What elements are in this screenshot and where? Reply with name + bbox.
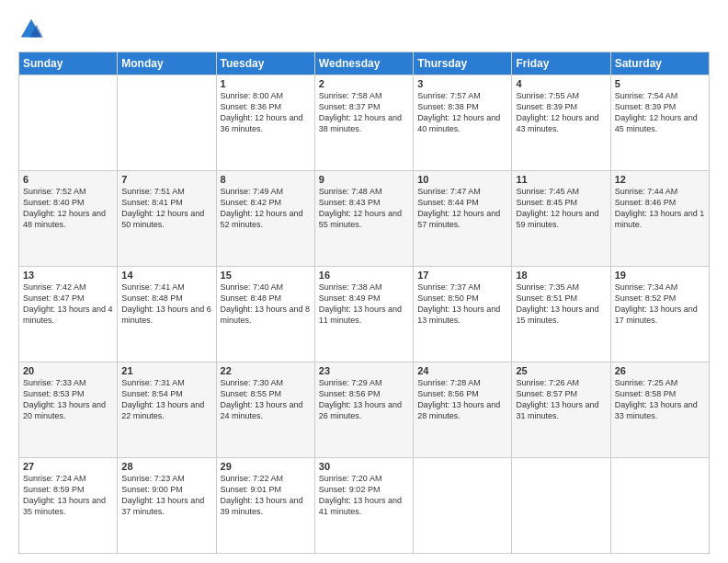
day-info: Sunrise: 7:55 AMSunset: 8:39 PMDaylight:… [516, 90, 606, 135]
calendar-cell: 19Sunrise: 7:34 AMSunset: 8:52 PMDayligh… [610, 267, 709, 362]
page: SundayMondayTuesdayWednesdayThursdayFrid… [0, 0, 728, 563]
day-info: Sunrise: 8:00 AMSunset: 8:36 PMDaylight:… [221, 90, 311, 135]
day-info: Sunrise: 7:35 AMSunset: 8:51 PMDaylight:… [516, 282, 606, 327]
day-number: 4 [516, 78, 606, 89]
day-number: 2 [319, 78, 409, 89]
calendar-body: 1Sunrise: 8:00 AMSunset: 8:36 PMDaylight… [19, 75, 710, 554]
day-number: 15 [221, 270, 311, 281]
day-info: Sunrise: 7:20 AMSunset: 9:02 PMDaylight:… [319, 473, 409, 518]
calendar-cell [19, 75, 118, 171]
day-info: Sunrise: 7:57 AMSunset: 8:38 PMDaylight:… [417, 90, 507, 135]
calendar-cell: 14Sunrise: 7:41 AMSunset: 8:48 PMDayligh… [118, 267, 216, 362]
day-info: Sunrise: 7:48 AMSunset: 8:43 PMDaylight:… [319, 186, 409, 231]
day-number: 26 [615, 365, 705, 376]
header-row: SundayMondayTuesdayWednesdayThursdayFrid… [19, 52, 710, 75]
day-info: Sunrise: 7:37 AMSunset: 8:50 PMDaylight:… [417, 282, 507, 327]
day-number: 23 [319, 365, 409, 376]
calendar-cell: 27Sunrise: 7:24 AMSunset: 8:59 PMDayligh… [19, 458, 118, 554]
day-number: 1 [221, 78, 311, 89]
day-info: Sunrise: 7:41 AMSunset: 8:48 PMDaylight:… [121, 282, 211, 327]
day-header-friday: Friday [512, 52, 610, 75]
calendar-cell: 15Sunrise: 7:40 AMSunset: 8:48 PMDayligh… [216, 267, 314, 362]
calendar-cell: 4Sunrise: 7:55 AMSunset: 8:39 PMDaylight… [512, 75, 610, 171]
calendar-cell: 13Sunrise: 7:42 AMSunset: 8:47 PMDayligh… [19, 267, 118, 362]
calendar-cell [414, 458, 512, 554]
calendar-cell: 28Sunrise: 7:23 AMSunset: 9:00 PMDayligh… [118, 458, 216, 554]
day-number: 22 [221, 365, 311, 376]
day-info: Sunrise: 7:54 AMSunset: 8:39 PMDaylight:… [615, 90, 705, 135]
day-info: Sunrise: 7:23 AMSunset: 9:00 PMDaylight:… [121, 473, 211, 518]
day-info: Sunrise: 7:24 AMSunset: 8:59 PMDaylight:… [23, 473, 113, 518]
calendar-cell: 12Sunrise: 7:44 AMSunset: 8:46 PMDayligh… [610, 171, 709, 267]
week-row-2: 6Sunrise: 7:52 AMSunset: 8:40 PMDaylight… [19, 171, 710, 267]
day-number: 18 [516, 270, 606, 281]
day-header-tuesday: Tuesday [216, 52, 314, 75]
day-number: 14 [121, 270, 211, 281]
calendar-cell: 10Sunrise: 7:47 AMSunset: 8:44 PMDayligh… [414, 171, 512, 267]
day-number: 27 [23, 461, 113, 472]
day-number: 11 [516, 174, 606, 185]
day-number: 13 [23, 270, 113, 281]
calendar-cell [610, 458, 709, 554]
day-number: 6 [23, 174, 113, 185]
calendar-cell [118, 75, 216, 171]
day-number: 9 [319, 174, 409, 185]
day-number: 21 [121, 365, 211, 376]
day-info: Sunrise: 7:31 AMSunset: 8:54 PMDaylight:… [121, 377, 211, 422]
calendar-cell: 21Sunrise: 7:31 AMSunset: 8:54 PMDayligh… [118, 362, 216, 458]
day-number: 12 [615, 174, 705, 185]
day-number: 24 [417, 365, 507, 376]
day-number: 7 [121, 174, 211, 185]
calendar-cell [512, 458, 610, 554]
day-header-saturday: Saturday [610, 52, 709, 75]
calendar-cell: 18Sunrise: 7:35 AMSunset: 8:51 PMDayligh… [512, 267, 610, 362]
day-info: Sunrise: 7:45 AMSunset: 8:45 PMDaylight:… [516, 186, 606, 231]
day-number: 19 [615, 270, 705, 281]
day-info: Sunrise: 7:30 AMSunset: 8:55 PMDaylight:… [221, 377, 311, 422]
calendar-cell: 26Sunrise: 7:25 AMSunset: 8:58 PMDayligh… [610, 362, 709, 458]
header [18, 17, 710, 42]
day-header-monday: Monday [118, 52, 216, 75]
calendar-cell: 7Sunrise: 7:51 AMSunset: 8:41 PMDaylight… [118, 171, 216, 267]
day-info: Sunrise: 7:38 AMSunset: 8:49 PMDaylight:… [319, 282, 409, 327]
day-number: 8 [221, 174, 311, 185]
calendar-cell: 1Sunrise: 8:00 AMSunset: 8:36 PMDaylight… [216, 75, 314, 171]
calendar-table: SundayMondayTuesdayWednesdayThursdayFrid… [18, 52, 710, 554]
day-info: Sunrise: 7:28 AMSunset: 8:56 PMDaylight:… [417, 377, 507, 422]
day-info: Sunrise: 7:22 AMSunset: 9:01 PMDaylight:… [221, 473, 311, 518]
day-info: Sunrise: 7:25 AMSunset: 8:58 PMDaylight:… [615, 377, 705, 422]
day-number: 5 [615, 78, 705, 89]
day-info: Sunrise: 7:49 AMSunset: 8:42 PMDaylight:… [221, 186, 311, 231]
week-row-5: 27Sunrise: 7:24 AMSunset: 8:59 PMDayligh… [19, 458, 710, 554]
calendar-cell: 2Sunrise: 7:58 AMSunset: 8:37 PMDaylight… [314, 75, 413, 171]
calendar-header: SundayMondayTuesdayWednesdayThursdayFrid… [19, 52, 710, 75]
day-number: 30 [319, 461, 409, 472]
week-row-4: 20Sunrise: 7:33 AMSunset: 8:53 PMDayligh… [19, 362, 710, 458]
day-info: Sunrise: 7:58 AMSunset: 8:37 PMDaylight:… [319, 90, 409, 135]
day-info: Sunrise: 7:29 AMSunset: 8:56 PMDaylight:… [319, 377, 409, 422]
week-row-1: 1Sunrise: 8:00 AMSunset: 8:36 PMDaylight… [19, 75, 710, 171]
day-info: Sunrise: 7:40 AMSunset: 8:48 PMDaylight:… [221, 282, 311, 327]
calendar-cell: 9Sunrise: 7:48 AMSunset: 8:43 PMDaylight… [314, 171, 413, 267]
calendar-cell: 30Sunrise: 7:20 AMSunset: 9:02 PMDayligh… [314, 458, 413, 554]
logo-icon [18, 17, 44, 42]
day-info: Sunrise: 7:51 AMSunset: 8:41 PMDaylight:… [121, 186, 211, 231]
calendar-cell: 6Sunrise: 7:52 AMSunset: 8:40 PMDaylight… [19, 171, 118, 267]
calendar-cell: 16Sunrise: 7:38 AMSunset: 8:49 PMDayligh… [314, 267, 413, 362]
day-info: Sunrise: 7:47 AMSunset: 8:44 PMDaylight:… [417, 186, 507, 231]
day-number: 16 [319, 270, 409, 281]
day-number: 10 [417, 174, 507, 185]
calendar-cell: 22Sunrise: 7:30 AMSunset: 8:55 PMDayligh… [216, 362, 314, 458]
calendar-cell: 25Sunrise: 7:26 AMSunset: 8:57 PMDayligh… [512, 362, 610, 458]
week-row-3: 13Sunrise: 7:42 AMSunset: 8:47 PMDayligh… [19, 267, 710, 362]
day-info: Sunrise: 7:44 AMSunset: 8:46 PMDaylight:… [615, 186, 705, 231]
day-header-sunday: Sunday [19, 52, 118, 75]
day-number: 28 [121, 461, 211, 472]
day-number: 25 [516, 365, 606, 376]
day-info: Sunrise: 7:42 AMSunset: 8:47 PMDaylight:… [23, 282, 113, 327]
calendar-cell: 20Sunrise: 7:33 AMSunset: 8:53 PMDayligh… [19, 362, 118, 458]
day-header-thursday: Thursday [414, 52, 512, 75]
calendar-cell: 3Sunrise: 7:57 AMSunset: 8:38 PMDaylight… [414, 75, 512, 171]
calendar-cell: 23Sunrise: 7:29 AMSunset: 8:56 PMDayligh… [314, 362, 413, 458]
day-header-wednesday: Wednesday [314, 52, 413, 75]
